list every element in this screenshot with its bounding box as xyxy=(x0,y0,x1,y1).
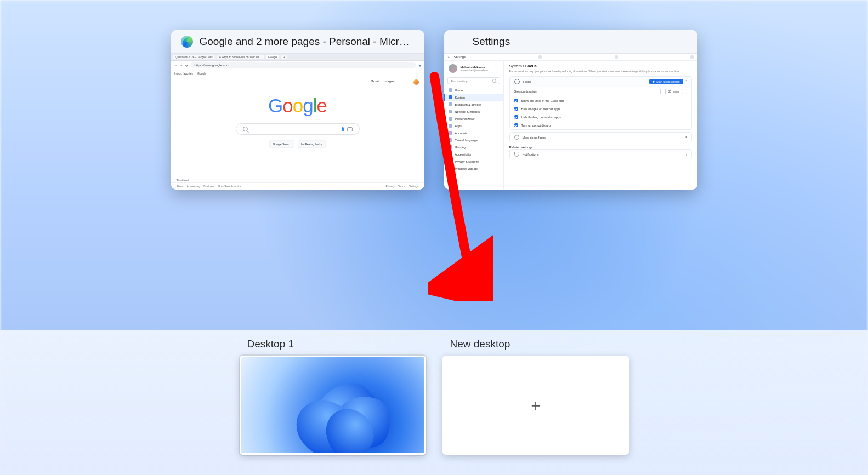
forward-icon: → xyxy=(180,64,183,67)
maximize-icon xyxy=(615,55,618,59)
settings-sidebar: Mahesh Makvana maheshhari@hotmail.com Fi… xyxy=(444,61,504,190)
refresh-icon: ⟳ xyxy=(185,64,188,67)
option-row: Turn on do not disturb xyxy=(510,121,691,129)
apps-icon: ⋮⋮⋮ xyxy=(399,79,409,85)
camera-icon xyxy=(347,127,353,131)
new-tab-button: + xyxy=(281,55,287,59)
search-icon xyxy=(243,127,248,131)
start-focus-button: Start focus session xyxy=(649,79,683,84)
apps-icon xyxy=(449,124,452,128)
google-search-input xyxy=(236,123,360,135)
sidebar-item-accounts: Accounts xyxy=(444,129,503,136)
browser-tab: Google xyxy=(266,55,279,59)
minus-icon: − xyxy=(660,89,666,94)
google-footer: About Advertising Business How Search wo… xyxy=(171,182,424,190)
browser-tab-strip: Questions 2024 - Google Docs 4 Ways to S… xyxy=(171,54,424,61)
browser-tab: 4 Ways to Save Files on Your Wi… xyxy=(217,55,264,59)
sidebar-item-system: System xyxy=(444,94,503,101)
checkbox-icon xyxy=(514,107,518,111)
more-about-focus-row: More about focus ↗ xyxy=(510,133,691,142)
gaming-icon xyxy=(449,145,452,149)
focus-label: Focus xyxy=(523,80,531,83)
user-email: maheshhari@hotmail.com xyxy=(461,69,489,72)
settings-main: System › Focus Focus sessions help you g… xyxy=(504,61,697,190)
sidebar-item-bluetooth: Bluetooth & devices xyxy=(444,101,503,108)
window-titlebar: Settings xyxy=(444,30,697,53)
desktop-label: Desktop 1 xyxy=(247,338,426,350)
desktop-thumbnail-1[interactable]: Desktop 1 xyxy=(240,338,426,455)
play-icon xyxy=(653,80,655,83)
app-name: Settings xyxy=(454,55,466,59)
sidebar-item-home: Home xyxy=(444,87,503,94)
chevron-down-icon: ˅ xyxy=(685,80,687,83)
address-bar: https://www.google.com xyxy=(190,62,416,68)
avatar xyxy=(413,79,419,85)
plus-icon: + xyxy=(682,89,687,94)
header-link: Images xyxy=(384,79,395,85)
google-search-button: Google Search xyxy=(269,140,294,148)
sidebar-item-privacy: Privacy & security xyxy=(444,158,503,165)
window-title: Google and 2 more pages - Personal - Mic… xyxy=(200,36,415,48)
settings-title-row: ← Settings xyxy=(444,54,697,61)
related-item-row: Notifications › xyxy=(510,150,691,159)
window-titlebar: Google and 2 more pages - Personal - Mic… xyxy=(171,30,424,53)
minimize-icon xyxy=(538,55,542,59)
bell-icon xyxy=(514,152,519,157)
personalization-icon xyxy=(449,117,452,121)
google-header: Gmail Images ⋮⋮⋮ xyxy=(171,77,424,87)
google-location: Thailand xyxy=(177,179,189,182)
task-view-window-thumbnails: Google and 2 more pages - Personal - Mic… xyxy=(0,30,868,190)
focus-icon xyxy=(514,79,520,84)
plus-icon: ＋ xyxy=(528,395,543,416)
chevron-right-icon: › xyxy=(686,153,687,156)
desktop-label: New desktop xyxy=(450,338,629,350)
sidebar-item-time: Time & language xyxy=(444,136,503,144)
header-link: Gmail xyxy=(371,79,379,85)
mic-icon xyxy=(342,127,344,131)
focus-header-row: Focus Start focus session ˅ xyxy=(510,77,691,87)
virtual-desktops-tray: Desktop 1 New desktop ＋ xyxy=(0,330,868,475)
window-thumbnail-settings[interactable]: Settings ← Settings Mahesh Makvana mahes… xyxy=(444,30,697,190)
sidebar-item-gaming: Gaming xyxy=(444,144,503,151)
bluetooth-icon xyxy=(449,102,452,106)
settings-search: Find a setting xyxy=(447,77,500,84)
network-icon xyxy=(449,110,452,113)
checkbox-icon xyxy=(514,115,518,119)
user-profile: Mahesh Makvana maheshhari@hotmail.com xyxy=(444,61,503,76)
breadcrumb: System › Focus xyxy=(509,64,692,68)
external-link-icon: ↗ xyxy=(684,136,687,139)
system-icon xyxy=(449,95,452,99)
checkbox-icon xyxy=(514,99,518,102)
window-title: Settings xyxy=(473,36,688,48)
option-row: Hide flashing on taskbar apps xyxy=(510,113,691,121)
new-desktop-preview: ＋ xyxy=(442,356,629,455)
window-thumbnail-edge[interactable]: Google and 2 more pages - Personal - Mic… xyxy=(171,30,424,190)
bookmarks-bar: Import favorites Google xyxy=(171,70,424,77)
back-icon: ← xyxy=(174,64,178,67)
session-duration-row: Session duration − 30 mins + xyxy=(510,87,691,96)
browser-tab: Questions 2024 - Google Docs xyxy=(173,55,215,59)
desktop-preview xyxy=(240,356,426,455)
sidebar-item-apps: Apps xyxy=(444,122,503,129)
window-preview: ← Settings Mahesh Makvana maheshhari@hot… xyxy=(444,53,697,190)
option-row: Show the timer in the Clock app xyxy=(510,96,691,105)
accounts-icon xyxy=(449,131,452,135)
edge-icon xyxy=(181,36,193,48)
favorite-icon: ★ xyxy=(418,64,421,67)
window-preview: Questions 2024 - Google Docs 4 Ways to S… xyxy=(171,53,424,190)
avatar xyxy=(449,64,457,73)
user-name: Mahesh Makvana xyxy=(461,66,489,69)
new-desktop-button[interactable]: New desktop ＋ xyxy=(442,338,629,455)
search-icon xyxy=(492,79,496,83)
browser-toolbar: ← → ⟳ https://www.google.com ★ xyxy=(171,61,424,70)
sidebar-item-personalization: Personalization xyxy=(444,115,503,122)
sidebar-item-network: Network & internet xyxy=(444,108,503,115)
accessibility-icon xyxy=(449,152,452,156)
page-description: Focus sessions help you get more done by… xyxy=(509,70,692,73)
update-icon xyxy=(449,167,452,170)
google-buttons: Google Search I'm Feeling Lucky xyxy=(171,140,424,148)
option-row: Hide badges on taskbar apps xyxy=(510,105,691,113)
sidebar-item-accessibility: Accessibility xyxy=(444,151,503,158)
privacy-icon xyxy=(449,159,452,163)
google-logo: Google xyxy=(171,95,424,117)
